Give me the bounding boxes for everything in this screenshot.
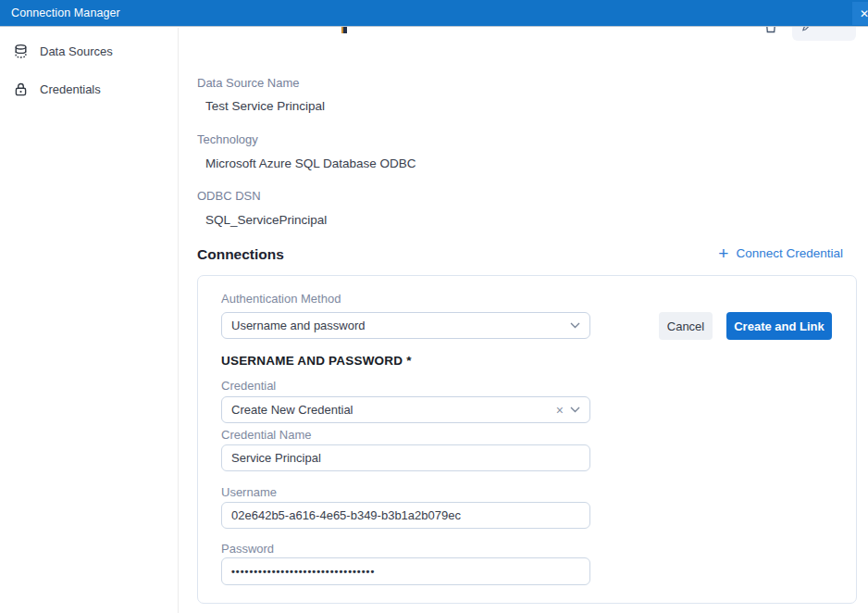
username-label: Username [221, 485, 277, 499]
sidebar-item-label: Credentials [40, 82, 101, 96]
database-icon [13, 44, 29, 59]
chevron-down-icon [570, 407, 580, 413]
connections-heading: Connections [197, 246, 284, 263]
username-password-section-heading: USERNAME AND PASSWORD * [221, 354, 412, 368]
create-and-link-button[interactable]: Create and Link [726, 312, 832, 340]
lock-icon [13, 81, 29, 97]
sidebar-item-data-sources[interactable]: Data Sources [0, 36, 178, 67]
credential-name-input[interactable] [221, 444, 590, 471]
field-value-technology: Microsoft Azure SQL Database ODBC [205, 156, 416, 170]
field-label-odbc-dsn: ODBC DSN [197, 189, 261, 203]
credential-value: Create New Credential [231, 403, 556, 417]
username-input[interactable] [221, 502, 590, 529]
field-label-technology: Technology [197, 132, 258, 146]
field-label-data-source-name: Data Source Name [197, 76, 300, 90]
connection-manager-window: Connection Manager ✕ Data Sources [0, 0, 868, 613]
auth-method-select[interactable]: Username and password [221, 312, 590, 339]
chevron-down-icon [570, 322, 580, 329]
credential-label: Credential [221, 379, 276, 393]
credential-name-label: Credential Name [221, 428, 312, 442]
connection-form-panel: Authentication Method Username and passw… [197, 275, 857, 604]
sidebar: Data Sources Credentials [0, 28, 179, 613]
field-value-odbc-dsn: SQL_ServicePrincipal [205, 213, 327, 227]
pencil-icon [801, 27, 813, 32]
edit-button[interactable] [792, 27, 856, 41]
plus-icon: + [718, 244, 728, 262]
sidebar-item-label: Data Sources [40, 44, 113, 58]
connect-credential-label: Connect Credential [736, 246, 843, 260]
password-label: Password [221, 542, 274, 556]
window-title: Connection Manager [0, 6, 120, 19]
credential-select[interactable]: Create New Credential × [221, 396, 590, 423]
field-value-data-source-name: Test Service Principal [205, 99, 325, 113]
clipped-heading-fragment [341, 27, 348, 33]
clear-icon[interactable]: × [556, 403, 564, 418]
sidebar-item-credentials[interactable]: Credentials [0, 74, 178, 105]
cancel-button[interactable]: Cancel [659, 312, 713, 340]
password-input[interactable] [221, 557, 590, 585]
connect-credential-link[interactable]: + Connect Credential [718, 244, 843, 262]
titlebar: Connection Manager ✕ [0, 0, 868, 27]
auth-method-label: Authentication Method [221, 292, 341, 306]
close-icon[interactable]: ✕ [852, 2, 868, 25]
auth-method-value: Username and password [231, 319, 570, 332]
trash-icon[interactable] [763, 27, 779, 34]
